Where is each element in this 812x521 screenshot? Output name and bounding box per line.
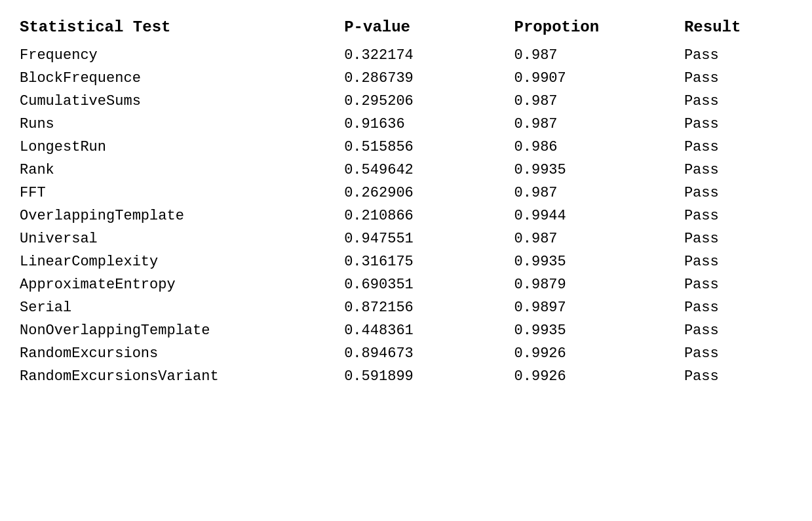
- proportion-cell: 0.987: [514, 90, 684, 113]
- proportion-cell: 0.9935: [514, 159, 684, 182]
- test-name-cell: Serial: [20, 296, 344, 319]
- test-name-cell: FFT: [20, 182, 344, 204]
- pvalue-cell: 0.690351: [344, 273, 514, 296]
- result-cell: Pass: [684, 365, 792, 388]
- result-cell: Pass: [684, 204, 792, 227]
- proportion-cell: 0.9879: [514, 273, 684, 296]
- pvalue-cell: 0.549642: [344, 159, 514, 182]
- pvalue-cell: 0.322174: [344, 44, 514, 67]
- proportion-cell: 0.9926: [514, 365, 684, 388]
- pvalue-cell: 0.286739: [344, 67, 514, 90]
- proportion-cell: 0.9944: [514, 204, 684, 227]
- result-cell: Pass: [684, 159, 792, 182]
- pvalue-cell: 0.894673: [344, 342, 514, 365]
- result-cell: Pass: [684, 296, 792, 319]
- proportion-cell: 0.987: [514, 44, 684, 67]
- pvalue-cell: 0.872156: [344, 296, 514, 319]
- header-test: Statistical Test: [20, 13, 344, 44]
- table-row: CumulativeSums0.2952060.987Pass: [20, 90, 792, 113]
- header-result: Result: [684, 13, 792, 44]
- result-cell: Pass: [684, 273, 792, 296]
- table-row: NonOverlappingTemplate0.4483610.9935Pass: [20, 319, 792, 342]
- result-cell: Pass: [684, 250, 792, 273]
- test-name-cell: OverlappingTemplate: [20, 204, 344, 227]
- result-cell: Pass: [684, 113, 792, 136]
- proportion-cell: 0.9897: [514, 296, 684, 319]
- proportion-cell: 0.987: [514, 227, 684, 250]
- proportion-cell: 0.9935: [514, 319, 684, 342]
- table-row: Rank0.5496420.9935Pass: [20, 159, 792, 182]
- result-cell: Pass: [684, 182, 792, 204]
- table-row: Runs0.916360.987Pass: [20, 113, 792, 136]
- test-name-cell: Rank: [20, 159, 344, 182]
- pvalue-cell: 0.262906: [344, 182, 514, 204]
- pvalue-cell: 0.295206: [344, 90, 514, 113]
- test-name-cell: Frequency: [20, 44, 344, 67]
- result-cell: Pass: [684, 67, 792, 90]
- proportion-cell: 0.986: [514, 136, 684, 159]
- pvalue-cell: 0.210866: [344, 204, 514, 227]
- table-header-row: Statistical Test P-value Propotion Resul…: [20, 13, 792, 44]
- test-name-cell: RandomExcursions: [20, 342, 344, 365]
- test-name-cell: LongestRun: [20, 136, 344, 159]
- pvalue-cell: 0.947551: [344, 227, 514, 250]
- result-cell: Pass: [684, 319, 792, 342]
- table-row: BlockFrequence0.2867390.9907Pass: [20, 67, 792, 90]
- proportion-cell: 0.987: [514, 113, 684, 136]
- test-name-cell: BlockFrequence: [20, 67, 344, 90]
- pvalue-cell: 0.591899: [344, 365, 514, 388]
- result-cell: Pass: [684, 136, 792, 159]
- result-cell: Pass: [684, 342, 792, 365]
- table-row: Universal0.9475510.987Pass: [20, 227, 792, 250]
- header-pvalue: P-value: [344, 13, 514, 44]
- pvalue-cell: 0.91636: [344, 113, 514, 136]
- test-name-cell: Universal: [20, 227, 344, 250]
- test-name-cell: RandomExcursionsVariant: [20, 365, 344, 388]
- proportion-cell: 0.987: [514, 182, 684, 204]
- proportion-cell: 0.9907: [514, 67, 684, 90]
- table-row: LongestRun0.5158560.986Pass: [20, 136, 792, 159]
- test-name-cell: NonOverlappingTemplate: [20, 319, 344, 342]
- table-row: RandomExcursionsVariant0.5918990.9926Pas…: [20, 365, 792, 388]
- result-cell: Pass: [684, 90, 792, 113]
- result-cell: Pass: [684, 44, 792, 67]
- result-cell: Pass: [684, 227, 792, 250]
- header-proportion: Propotion: [514, 13, 684, 44]
- test-name-cell: CumulativeSums: [20, 90, 344, 113]
- table-row: Serial0.8721560.9897Pass: [20, 296, 792, 319]
- pvalue-cell: 0.448361: [344, 319, 514, 342]
- test-name-cell: ApproximateEntropy: [20, 273, 344, 296]
- test-name-cell: LinearComplexity: [20, 250, 344, 273]
- pvalue-cell: 0.515856: [344, 136, 514, 159]
- table-row: FFT0.2629060.987Pass: [20, 182, 792, 204]
- statistical-test-table: Statistical Test P-value Propotion Resul…: [20, 13, 792, 388]
- table-row: Frequency0.3221740.987Pass: [20, 44, 792, 67]
- proportion-cell: 0.9935: [514, 250, 684, 273]
- test-name-cell: Runs: [20, 113, 344, 136]
- pvalue-cell: 0.316175: [344, 250, 514, 273]
- table-row: ApproximateEntropy0.6903510.9879Pass: [20, 273, 792, 296]
- proportion-cell: 0.9926: [514, 342, 684, 365]
- table-row: OverlappingTemplate0.2108660.9944Pass: [20, 204, 792, 227]
- table-row: LinearComplexity0.3161750.9935Pass: [20, 250, 792, 273]
- table-row: RandomExcursions0.8946730.9926Pass: [20, 342, 792, 365]
